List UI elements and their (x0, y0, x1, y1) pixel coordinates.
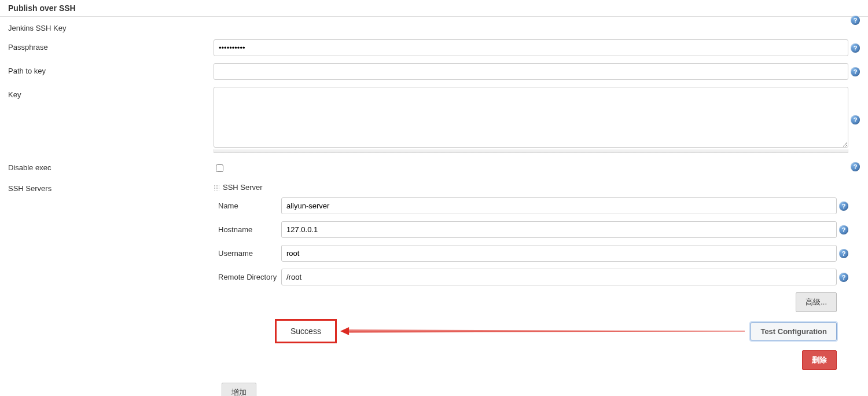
svg-marker-0 (340, 327, 349, 335)
path-to-key-input[interactable] (214, 63, 848, 80)
ssh-remote-dir-input[interactable] (281, 269, 837, 285)
key-label: Key (8, 87, 214, 99)
disable-exec-checkbox[interactable] (216, 164, 223, 172)
passphrase-input[interactable] (214, 39, 848, 56)
drag-handle-icon[interactable] (214, 185, 219, 190)
key-textarea[interactable] (214, 87, 848, 148)
ssh-username-input[interactable] (281, 245, 837, 262)
help-icon[interactable]: ? (851, 115, 860, 124)
add-button[interactable]: 增加 (222, 383, 256, 396)
ssh-hostname-label: Hostname (214, 225, 281, 234)
ssh-username-label: Username (214, 249, 281, 258)
section-title: Publish over SSH (0, 0, 868, 17)
delete-button[interactable]: 删除 (802, 350, 837, 370)
ssh-servers-label: SSH Servers (8, 181, 214, 193)
help-icon[interactable]: ? (851, 67, 860, 76)
help-icon[interactable]: ? (839, 249, 848, 258)
help-icon[interactable]: ? (839, 225, 848, 234)
ssh-name-label: Name (214, 201, 281, 210)
ssh-remote-dir-label: Remote Directory (214, 273, 281, 281)
jenkins-ssh-key-label: Jenkins SSH Key (8, 20, 214, 32)
ssh-server-header: SSH Server (223, 183, 263, 192)
test-result-success: Success (275, 319, 337, 343)
ssh-hostname-input[interactable] (281, 221, 837, 238)
help-icon[interactable]: ? (839, 273, 848, 282)
ssh-name-input[interactable] (281, 197, 837, 214)
test-configuration-button[interactable]: Test Configuration (751, 322, 837, 340)
help-icon[interactable]: ? (851, 162, 860, 171)
resize-handle[interactable] (214, 149, 848, 153)
advanced-button[interactable]: 高级... (796, 292, 837, 312)
help-icon[interactable]: ? (851, 16, 860, 25)
help-icon[interactable]: ? (839, 201, 848, 211)
annotation-arrow (340, 326, 745, 336)
passphrase-label: Passphrase (8, 39, 214, 52)
disable-exec-label: Disable exec (8, 160, 214, 172)
path-to-key-label: Path to key (8, 63, 214, 75)
help-icon[interactable]: ? (851, 43, 860, 53)
